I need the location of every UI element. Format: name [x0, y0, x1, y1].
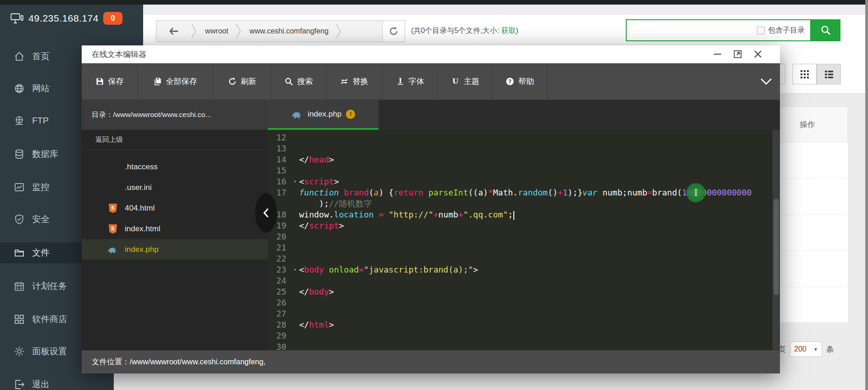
sidebar-item-label: 安全 [32, 213, 50, 225]
php-icon [107, 244, 118, 255]
breadcrumb-item[interactable]: wwroot [198, 21, 236, 42]
line-number: 25 [268, 286, 291, 297]
php-icon [291, 109, 303, 119]
list-view-button[interactable] [817, 64, 841, 84]
code-line: 29 [268, 330, 780, 341]
include-subdir-checkbox[interactable] [757, 27, 765, 34]
refresh-icon [228, 77, 237, 86]
refresh-icon [389, 26, 399, 36]
code-text [299, 132, 780, 143]
file-name: 404.html [125, 204, 155, 213]
line-number: 21 [268, 242, 291, 253]
folder-icon [14, 247, 25, 258]
code-line: 18window.location = "http://"+numb+".qq.… [268, 209, 780, 220]
code-text: <script> [299, 176, 780, 187]
sidebar-item-label: 退出 [32, 379, 50, 390]
code-text: </head> [299, 154, 780, 165]
line-number: 24 [268, 275, 291, 286]
search-input[interactable]: 包含子目录 [626, 19, 811, 41]
tree-file-index.php[interactable]: index.php [82, 239, 268, 260]
editor-path-row: 目录：/www/wwwroot/www.ceshi.co... index.ph… [82, 100, 780, 130]
back-arrow-icon [169, 27, 179, 35]
tree-file-404.html[interactable]: 5404.html [82, 198, 268, 218]
tab-index-php[interactable]: index.php ! [268, 100, 378, 130]
editor-scrollbar-thumb[interactable] [773, 199, 779, 295]
top-edge-strip [0, 0, 868, 5]
svg-text:?: ? [508, 78, 512, 85]
file-name: index.html [125, 224, 160, 234]
code-text: <body onload="javascript:brand(a);"> [299, 264, 780, 275]
pagination-suffix: 条 [826, 344, 834, 355]
font-icon: I [396, 77, 405, 86]
code-line: 14</head> [268, 154, 780, 165]
code-line: 26 [268, 297, 780, 308]
tree-file-.user.ini[interactable]: .user.ini [82, 177, 268, 198]
save-all-label: 全部保存 [166, 76, 197, 87]
search-icon [820, 24, 832, 36]
search-button[interactable] [811, 19, 840, 41]
close-button[interactable] [752, 49, 763, 60]
help-icon: ? [506, 77, 514, 86]
maximize-button[interactable] [732, 49, 743, 60]
sidebar-item-label: 面板设置 [32, 345, 67, 357]
close-icon [754, 50, 762, 58]
fold-gutter [291, 154, 299, 165]
tree-file-.htaccess[interactable]: .htaccess [82, 156, 268, 177]
find-button[interactable]: 搜索 [272, 63, 326, 100]
fold-gutter [291, 297, 299, 308]
code-line: );//随机数字 [268, 198, 780, 209]
font-button[interactable]: I字体 [382, 63, 438, 100]
save-all-button[interactable]: 全部保存 [138, 63, 213, 100]
line-number: 14 [268, 154, 291, 165]
fold-gutter [291, 132, 299, 143]
save-all-icon [153, 77, 162, 86]
logout-icon [14, 379, 25, 390]
code-text [299, 165, 780, 176]
code-text [299, 297, 780, 308]
code-line: 13 [268, 143, 780, 154]
tree-collapse-handle[interactable] [255, 193, 277, 233]
shield-icon [14, 214, 25, 225]
line-number: 30 [268, 341, 291, 350]
editor-body: 返回上级 .htaccess.user.ini5404.html5index.h… [82, 130, 780, 350]
theme-label: 主题 [464, 76, 479, 87]
tree-file-index.html[interactable]: 5index.html [82, 218, 268, 239]
line-number: 22 [268, 253, 291, 264]
code-editor[interactable]: 121314</head>1516▾<script>17function bra… [268, 130, 780, 350]
server-icon [10, 12, 24, 25]
fold-gutter [291, 286, 299, 297]
text-editor-modal: 在线文本编辑器 保存全部保存刷新搜索替换I字体U主题?帮助 [82, 45, 780, 373]
sidebar-item-logout[interactable]: 退出 [0, 374, 114, 390]
grid-view-button[interactable] [792, 64, 817, 84]
breadcrumb: wwrootwww.ceshi.comfangfeng [156, 20, 384, 42]
page-size-select[interactable]: 200 ▼ [790, 341, 822, 357]
refresh-button[interactable]: 刷新 [213, 63, 272, 100]
text-cursor [513, 211, 514, 220]
sidebar-item-label: 软件商店 [32, 313, 67, 325]
message-count-badge[interactable]: 0 [103, 12, 122, 25]
theme-icon: U [451, 77, 460, 86]
minimize-button[interactable] [712, 49, 723, 60]
find-label: 搜索 [297, 76, 313, 87]
code-text [299, 242, 780, 253]
back-button[interactable] [156, 21, 191, 42]
save-button[interactable]: 保存 [82, 63, 138, 100]
breadcrumb-tail [342, 21, 384, 42]
get-size-link[interactable]: 获取 [501, 27, 516, 34]
fold-arrow-icon[interactable]: ▾ [291, 264, 299, 275]
replace-button[interactable]: 替换 [326, 63, 382, 100]
breadcrumb-item[interactable]: www.ceshi.comfangfeng [242, 21, 336, 42]
refresh-directory-button[interactable] [382, 20, 405, 42]
code-line: 30 [268, 341, 780, 350]
database-icon [14, 149, 25, 160]
toolbar-collapse-button[interactable] [752, 63, 780, 100]
theme-button[interactable]: U主题 [438, 63, 493, 100]
fold-arrow-icon[interactable]: ▾ [291, 176, 299, 187]
code-line: 20 [268, 231, 780, 242]
tree-back-item[interactable]: 返回上级 [85, 130, 264, 150]
code-line: 15 [268, 165, 780, 176]
help-button[interactable]: ?帮助 [493, 63, 547, 100]
toolbar-top-band [143, 5, 865, 15]
code-line: 25</body> [268, 286, 780, 297]
code-line: 28</html> [268, 319, 780, 330]
